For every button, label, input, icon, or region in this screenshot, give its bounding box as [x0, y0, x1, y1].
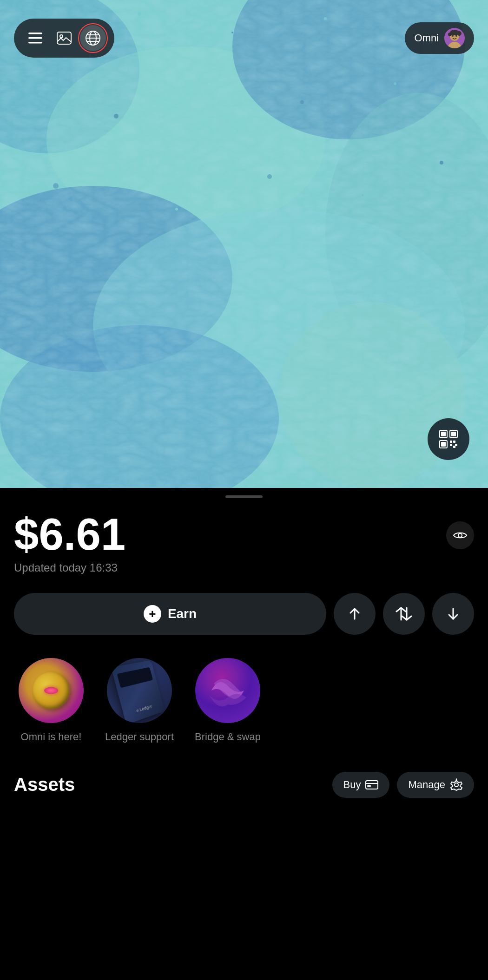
- qr-button[interactable]: [428, 418, 469, 460]
- svg-point-25: [440, 161, 443, 164]
- svg-rect-45: [441, 432, 446, 436]
- svg-point-16: [36, 92, 39, 94]
- svg-rect-50: [450, 441, 452, 443]
- banner: Omni: [0, 0, 488, 488]
- balance-amount: $6.61: [14, 512, 125, 557]
- svg-point-55: [458, 533, 462, 537]
- send-icon: [347, 606, 363, 622]
- balance-info: $6.61: [14, 512, 125, 557]
- globe-icon: [85, 30, 101, 46]
- assets-title: Assets: [14, 774, 75, 795]
- svg-point-19: [300, 100, 304, 104]
- ledger-device-graphic: ≡ Ledger: [111, 660, 165, 723]
- earn-button[interactable]: + Earn: [14, 593, 326, 635]
- banner-texture: [0, 0, 488, 488]
- menu-button[interactable]: [22, 25, 48, 51]
- gallery-icon: [57, 32, 72, 45]
- svg-point-22: [175, 208, 178, 210]
- svg-rect-63: [367, 785, 371, 787]
- svg-rect-29: [57, 32, 71, 44]
- earn-label: Earn: [168, 606, 197, 621]
- omni-coin-graphic: [33, 672, 70, 709]
- svg-point-43: [457, 31, 462, 36]
- svg-rect-49: [441, 442, 446, 447]
- receive-button[interactable]: [432, 593, 474, 635]
- ledger-screen: [117, 667, 153, 688]
- svg-rect-28: [28, 42, 42, 44]
- svg-rect-53: [455, 444, 457, 446]
- svg-point-42: [448, 33, 452, 36]
- gallery-button[interactable]: [51, 25, 77, 51]
- receive-icon: [445, 606, 461, 622]
- avatar-image: [444, 28, 465, 48]
- assets-header: Assets Buy Manage: [14, 772, 474, 798]
- send-button[interactable]: [334, 593, 376, 635]
- swap-button[interactable]: [383, 593, 425, 635]
- promo-omni-label: Omni is here!: [21, 730, 82, 744]
- svg-rect-51: [453, 441, 455, 443]
- menu-icon: [28, 33, 42, 44]
- wallet-selector[interactable]: Omni: [405, 22, 474, 54]
- svg-point-12: [138, 12, 141, 16]
- assets-section: Assets Buy Manage: [0, 772, 488, 830]
- globe-button[interactable]: [80, 25, 106, 51]
- balance-section: $6.61: [14, 512, 474, 557]
- bottom-panel: $6.61 Updated today 16:33 + Earn: [0, 495, 488, 749]
- assets-actions: Buy Manage: [332, 772, 474, 798]
- promo-bridge-card[interactable]: Bridge & swap: [191, 658, 265, 744]
- buy-label: Buy: [343, 779, 361, 791]
- wallet-name: Omni: [414, 32, 439, 44]
- action-buttons: + Earn: [14, 593, 474, 635]
- svg-rect-47: [451, 432, 456, 436]
- promo-ledger-image: ≡ Ledger: [107, 658, 172, 723]
- promo-ledger-card[interactable]: ≡ Ledger Ledger support: [102, 658, 177, 744]
- svg-rect-61: [366, 781, 378, 789]
- promo-omni-image: [19, 658, 84, 723]
- hide-balance-button[interactable]: [446, 521, 474, 549]
- avatar: [444, 28, 465, 48]
- svg-point-21: [53, 183, 59, 189]
- balance-updated: Updated today 16:33: [14, 561, 474, 574]
- svg-point-18: [208, 83, 210, 85]
- qr-icon: [438, 428, 459, 450]
- nav-left-group: [14, 19, 114, 58]
- promo-bridge-label: Bridge & swap: [195, 730, 261, 744]
- svg-rect-26: [28, 33, 42, 34]
- gear-icon: [450, 778, 463, 791]
- svg-rect-9: [0, 0, 488, 488]
- promo-bridge-image: [195, 658, 260, 723]
- svg-rect-54: [453, 446, 455, 448]
- earn-plus-icon: +: [144, 605, 161, 623]
- swap-icon: [396, 606, 412, 622]
- svg-rect-27: [28, 37, 42, 39]
- buy-button[interactable]: Buy: [332, 772, 390, 798]
- manage-button[interactable]: Manage: [397, 772, 474, 798]
- svg-point-17: [114, 114, 119, 118]
- drag-handle: [225, 495, 263, 498]
- ledger-logo: ≡ Ledger: [136, 704, 152, 713]
- bridge-graphic: [204, 667, 251, 714]
- svg-point-30: [60, 35, 63, 38]
- svg-point-23: [267, 174, 272, 179]
- promo-omni-card[interactable]: Omni is here!: [14, 658, 88, 744]
- card-icon: [365, 780, 378, 789]
- svg-point-20: [394, 82, 396, 85]
- svg-point-64: [455, 783, 458, 787]
- svg-rect-52: [450, 444, 452, 446]
- top-nav: Omni: [0, 19, 488, 58]
- manage-label: Manage: [408, 779, 445, 791]
- svg-point-24: [362, 194, 363, 196]
- eye-icon: [453, 530, 468, 540]
- promo-section: Omni is here! ≡ Ledger Ledger support: [14, 658, 474, 749]
- promo-ledger-label: Ledger support: [105, 730, 174, 744]
